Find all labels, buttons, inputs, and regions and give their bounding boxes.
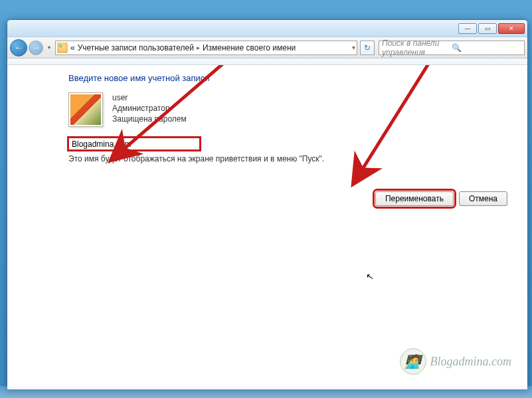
- toolbar: [7, 58, 527, 65]
- avatar-image: [70, 94, 101, 125]
- page-title: Введите новое имя учетной записи: [68, 73, 507, 83]
- taskbar: [0, 386, 532, 398]
- maximize-button[interactable]: ▭: [478, 23, 497, 34]
- control-panel-window: — ▭ ✕ ← → ▾ « Учетные записи пользовател…: [7, 19, 528, 390]
- chevron-right-icon: ▸: [197, 44, 200, 51]
- user-info-block: user Администратор Защищена паролем: [68, 92, 507, 127]
- titlebar: — ▭ ✕: [7, 20, 527, 37]
- rename-button[interactable]: Переименовать: [375, 191, 454, 206]
- forward-button: →: [29, 41, 43, 55]
- search-input[interactable]: Поиск в панели управления 🔍: [379, 41, 525, 55]
- close-button[interactable]: ✕: [498, 23, 525, 34]
- breadcrumb-segment-2[interactable]: Изменение своего имени: [203, 43, 296, 52]
- avatar: [68, 92, 103, 127]
- user-text: user Администратор Защищена паролем: [112, 92, 187, 127]
- hint-text: Это имя будет отображаться на экране при…: [68, 154, 507, 163]
- role-label: Администратор: [112, 103, 187, 114]
- back-button[interactable]: ←: [10, 39, 27, 56]
- search-icon: 🔍: [452, 43, 521, 52]
- minimize-button[interactable]: —: [458, 23, 477, 34]
- cancel-button[interactable]: Отмена: [459, 191, 507, 206]
- user-accounts-icon: [57, 43, 68, 53]
- address-bar[interactable]: « Учетные записи пользователей ▸ Изменен…: [55, 41, 357, 55]
- address-prefix: «: [70, 43, 75, 52]
- watermark-text: Blogadmina.com: [430, 355, 511, 369]
- history-dropdown[interactable]: ▾: [44, 45, 54, 50]
- button-row: Переименовать Отмена: [375, 191, 507, 206]
- breadcrumb-segment-1[interactable]: Учетные записи пользователей: [78, 43, 194, 52]
- watermark-icon: 🧑‍💻: [400, 348, 426, 375]
- refresh-button[interactable]: ↻: [360, 41, 375, 55]
- password-status-label: Защищена паролем: [112, 114, 187, 124]
- username-label: user: [112, 92, 187, 103]
- search-placeholder: Поиск в панели управления: [382, 39, 452, 57]
- navigation-bar: ← → ▾ « Учетные записи пользователей ▸ И…: [7, 37, 527, 58]
- content-area: Введите новое имя учетной записи user Ад…: [7, 65, 527, 389]
- new-name-input[interactable]: [68, 138, 200, 150]
- cursor-icon: ↖: [365, 270, 375, 282]
- watermark: 🧑‍💻 Blogadmina.com: [400, 348, 511, 375]
- address-dropdown-icon[interactable]: ▾: [352, 44, 355, 51]
